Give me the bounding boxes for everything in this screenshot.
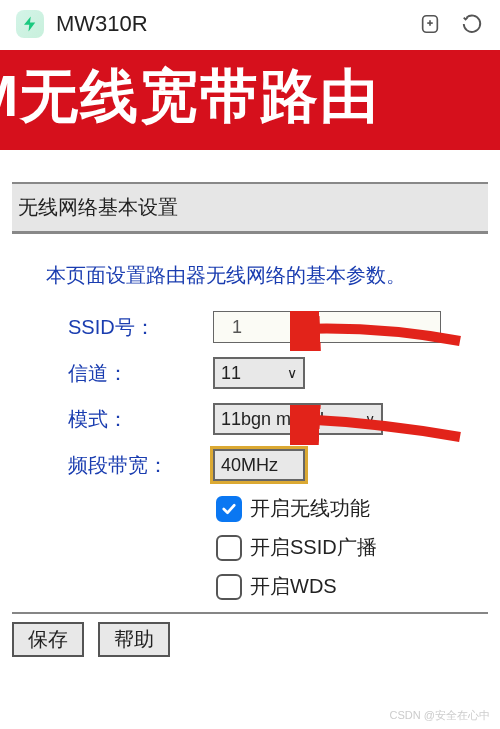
watermark: CSDN @安全在心中 — [390, 708, 490, 723]
channel-select[interactable]: 11∨ — [213, 357, 305, 389]
refresh-icon[interactable] — [460, 12, 484, 36]
enable-wifi-checkbox[interactable] — [216, 496, 242, 522]
help-button[interactable]: 帮助 — [98, 622, 170, 657]
enable-ssid-label: 开启SSID广播 — [250, 534, 377, 561]
bandwidth-select[interactable]: 40MHz — [213, 449, 305, 481]
mode-label: 模式： — [68, 406, 213, 433]
enable-ssid-checkbox[interactable] — [216, 535, 242, 561]
chevron-down-icon: ∨ — [287, 365, 297, 381]
enable-wifi-label: 开启无线功能 — [250, 495, 370, 522]
browser-top-bar: MW310R — [0, 0, 500, 48]
enable-wds-checkbox[interactable] — [216, 574, 242, 600]
enable-wds-label: 开启WDS — [250, 573, 337, 600]
bandwidth-label: 频段带宽： — [68, 452, 213, 479]
ssid-input[interactable] — [213, 311, 441, 343]
section-title: 无线网络基本设置 — [12, 182, 488, 231]
header-banner: M无线宽带路由 — [0, 50, 500, 150]
mode-select[interactable]: 11bgn mixed∨ — [213, 403, 383, 435]
bookmark-add-icon[interactable] — [418, 12, 442, 36]
channel-label: 信道： — [68, 360, 213, 387]
ssid-label: SSID号： — [68, 314, 213, 341]
page-url-title: MW310R — [56, 11, 406, 37]
section-description: 本页面设置路由器无线网络的基本参数。 — [12, 252, 488, 311]
shield-icon — [16, 10, 44, 38]
save-button[interactable]: 保存 — [12, 622, 84, 657]
chevron-down-icon: ∨ — [365, 411, 375, 427]
